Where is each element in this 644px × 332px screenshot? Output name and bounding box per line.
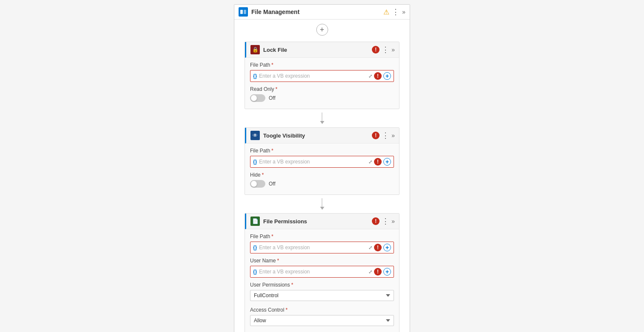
file-path-input-2[interactable]: {} Enter a VB expression ⤢ ! + <box>250 156 394 168</box>
lock-file-error: ! <box>372 46 380 53</box>
read-only-toggle[interactable] <box>250 94 265 102</box>
access-control-label: Access Control * <box>250 307 394 313</box>
lock-file-card: 🔒 Lock File ! ⋮ » File Path * {} <box>245 42 399 109</box>
required-star-hide: * <box>262 172 264 178</box>
file-permissions-header-right: ! ⋮ » <box>372 217 395 226</box>
vb-brace-2: {} <box>253 159 257 165</box>
required-star-1: * <box>271 62 273 68</box>
toggle-visibility-card: 👁 Toogle Visibility ! ⋮ » File Path * {} <box>245 127 399 195</box>
lock-file-menu[interactable]: ⋮ <box>382 45 389 54</box>
toggle-visibility-header-left: 👁 Toogle Visibility <box>250 131 305 140</box>
toggle-visibility-menu[interactable]: ⋮ <box>382 131 389 140</box>
add-step-top[interactable]: + <box>316 24 328 36</box>
toggle-visibility-header: 👁 Toogle Visibility ! ⋮ » <box>245 128 399 143</box>
canvas: File Management ⚠ ⋮ » + 🔒 Lock File ! ⋮ … <box>0 0 644 332</box>
vb-placeholder-3: Enter a VB expression <box>259 245 366 250</box>
connector-line-2 <box>322 198 323 207</box>
toggle-visibility-body: File Path * {} Enter a VB expression ⤢ !… <box>245 143 399 194</box>
vb-add-3[interactable]: + <box>383 244 391 251</box>
access-control-field: Access Control * Allow Deny <box>250 307 394 330</box>
file-path-label-1: File Path * <box>250 62 394 68</box>
toggle-visibility-collapse[interactable]: » <box>391 132 395 139</box>
hide-label: Hide * <box>250 172 394 178</box>
file-permissions-title: File Permissions <box>263 218 307 225</box>
vb-add-2[interactable]: + <box>383 158 391 166</box>
toggle-knob-hide <box>251 181 257 187</box>
panel-title: File Management <box>251 8 300 15</box>
access-control-select[interactable]: Allow Deny <box>250 315 394 326</box>
user-permissions-label: User Permissions * <box>250 282 394 288</box>
user-name-field: User Name * {} Enter a VB expression ⤢ !… <box>250 258 394 278</box>
lock-file-header: 🔒 Lock File ! ⋮ » <box>245 42 399 58</box>
vb-error-4: ! <box>374 268 382 276</box>
connector-2 <box>320 197 324 211</box>
vb-placeholder-1: Enter a VB expression <box>259 73 366 79</box>
read-only-label: Read Only * <box>250 86 394 92</box>
file-path-label-3: File Path * <box>250 234 394 239</box>
svg-rect-1 <box>244 10 246 14</box>
user-name-label: User Name * <box>250 258 394 264</box>
file-path-input-1[interactable]: {} Enter a VB expression ⤢ ! + <box>250 70 394 82</box>
user-permissions-select[interactable]: FullControl Read Write Modify ReadAndExe… <box>250 290 394 301</box>
svg-rect-0 <box>240 10 243 14</box>
connector-arrow-2 <box>320 207 324 210</box>
file-path-field-2: File Path * {} Enter a VB expression ⤢ !… <box>250 148 394 168</box>
hide-toggle[interactable] <box>250 180 265 188</box>
vb-error-2: ! <box>374 158 382 166</box>
toggle-visibility-title: Toogle Visibility <box>263 132 305 139</box>
warning-icon: ⚠ <box>383 8 389 16</box>
vb-icons-1: ⤢ ! + <box>368 72 391 80</box>
required-star-ro: * <box>276 86 278 92</box>
lock-file-collapse[interactable]: » <box>391 46 395 53</box>
required-star-ac: * <box>286 307 288 313</box>
panel-collapse-icon[interactable]: » <box>402 8 405 15</box>
vb-expand-2[interactable]: ⤢ <box>368 159 372 165</box>
vb-icons-2: ⤢ ! + <box>368 158 391 166</box>
file-permissions-header-left: 📄 File Permissions <box>250 217 307 226</box>
connector-1 <box>320 111 324 126</box>
file-permissions-icon: 📄 <box>250 217 260 226</box>
vb-placeholder-4: Enter a VB expression <box>259 269 366 275</box>
vb-icons-3: ⤢ ! + <box>368 244 391 251</box>
vb-error-3: ! <box>374 244 382 251</box>
required-star-un: * <box>277 258 279 264</box>
vb-brace-1: {} <box>253 73 257 79</box>
hide-toggle-row: Off <box>250 180 394 188</box>
lock-file-icon: 🔒 <box>250 45 260 54</box>
file-permissions-collapse[interactable]: » <box>391 218 395 225</box>
read-only-toggle-row: Off <box>250 94 394 102</box>
required-star-fp3: * <box>271 234 273 239</box>
connector-arrow-1 <box>320 121 324 124</box>
toggle-knob-ro <box>251 95 257 101</box>
vb-expand-1[interactable]: ⤢ <box>368 73 372 79</box>
panel-header: File Management ⚠ ⋮ » <box>234 5 410 20</box>
connector-line-1 <box>322 113 323 121</box>
main-panel: File Management ⚠ ⋮ » + 🔒 Lock File ! ⋮ … <box>234 4 410 332</box>
vb-error-1: ! <box>374 72 382 80</box>
vb-placeholder-2: Enter a VB expression <box>259 159 366 165</box>
file-permissions-body: File Path * {} Enter a VB expression ⤢ !… <box>245 229 399 332</box>
lock-file-header-left: 🔒 Lock File <box>250 45 287 54</box>
read-only-value: Off <box>269 95 276 101</box>
file-path-input-3[interactable]: {} Enter a VB expression ⤢ ! + <box>250 242 394 253</box>
read-only-field: Read Only * Off <box>250 86 394 102</box>
vb-add-4[interactable]: + <box>383 268 391 276</box>
panel-header-left: File Management <box>239 7 300 17</box>
vb-brace-4: {} <box>253 269 257 275</box>
panel-logo <box>239 7 248 17</box>
hide-value: Off <box>269 181 276 187</box>
file-permissions-menu[interactable]: ⋮ <box>382 217 389 226</box>
panel-header-icons: ⚠ ⋮ » <box>383 7 405 17</box>
panel-menu-icon[interactable]: ⋮ <box>392 7 399 17</box>
file-permissions-card: 📄 File Permissions ! ⋮ » File Path * <box>245 213 399 332</box>
vb-add-1[interactable]: + <box>383 72 391 80</box>
lock-file-title: Lock File <box>263 47 287 53</box>
toggle-visibility-header-right: ! ⋮ » <box>372 131 395 140</box>
vb-expand-4[interactable]: ⤢ <box>368 269 372 275</box>
lock-file-header-right: ! ⋮ » <box>372 45 395 54</box>
lock-file-body: File Path * {} Enter a VB expression ⤢ !… <box>245 58 399 109</box>
user-name-input[interactable]: {} Enter a VB expression ⤢ ! + <box>250 266 394 278</box>
file-path-field-3: File Path * {} Enter a VB expression ⤢ !… <box>250 234 394 253</box>
file-permissions-header: 📄 File Permissions ! ⋮ » <box>245 214 399 229</box>
vb-expand-3[interactable]: ⤢ <box>368 245 372 250</box>
